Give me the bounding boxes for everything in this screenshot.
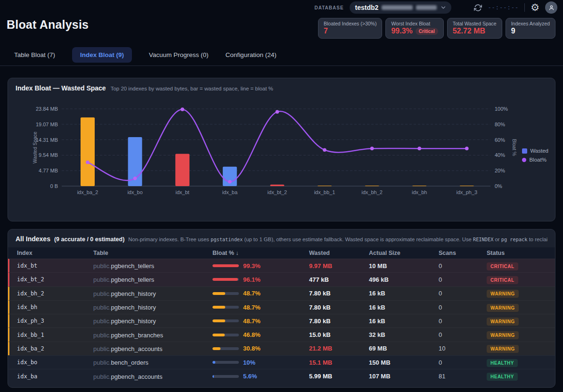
bloat-progress-bar	[212, 361, 239, 364]
chart-legend: WastedBloat%	[522, 148, 548, 163]
square-swatch-icon	[522, 148, 527, 154]
gear-icon: ⚙	[530, 3, 539, 13]
index-name: idx_bh	[17, 304, 93, 310]
svg-text:0 B: 0 B	[50, 183, 58, 189]
legend-item-bloat: Bloat%	[522, 157, 548, 163]
legend-label: Bloat%	[529, 157, 546, 163]
scans-value: 10	[439, 345, 487, 352]
scans-value: 81	[439, 373, 487, 380]
scans-value: 0	[439, 276, 487, 283]
table-title: All Indexes	[16, 235, 50, 243]
actual-size-value: 496 kB	[369, 276, 439, 283]
actual-size-value: 16 kB	[369, 290, 439, 297]
wasted-value: 477 kB	[309, 276, 369, 283]
tab-index-bloat[interactable]: Index Bloat (9)	[72, 47, 132, 63]
legend-label: Wasted	[530, 148, 548, 154]
status-badge: WARNING	[487, 290, 519, 298]
schema-prefix: public.	[93, 359, 111, 366]
table-row[interactable]: idx_ph_3public.pgbench_history48.7%7.80 …	[8, 314, 555, 327]
bloat-progress-bar	[212, 347, 239, 350]
stat-label: Indexes Analyzed	[511, 21, 550, 26]
table-row[interactable]: idx_bh_2public.pgbench_history48.7%7.80 …	[8, 286, 555, 300]
table-row[interactable]: idx_btpublic.pgbench_tellers99.3%9.97 MB…	[8, 259, 555, 272]
bloat-percent: 46.8%	[243, 331, 261, 338]
actual-size-value: 32 kB	[369, 331, 439, 338]
tabs: Table Bloat (7)Index Bloat (9)Vacuum Pro…	[0, 41, 563, 66]
table-count: (9 accurate / 0 estimated)	[54, 236, 124, 243]
user-menu-button[interactable]	[545, 1, 557, 14]
table-row[interactable]: idx_ba_2public.pgbench_accounts30.8%21.2…	[8, 342, 555, 355]
stat-card-total-wasted-space: Total Wasted Space52.72 MB	[447, 18, 502, 39]
bloat-progress-bar	[212, 334, 239, 336]
stat-value: 99.3%	[391, 27, 412, 35]
bloat-cell: 10%	[212, 359, 309, 366]
bloat-percent: 48.7%	[243, 290, 261, 297]
chart-title: Index Bloat — Wasted Space	[16, 84, 106, 92]
database-label: DATABASE	[315, 5, 344, 10]
bloat-progress-bar	[212, 278, 239, 281]
stat-label: Total Wasted Space	[453, 21, 497, 26]
topbar: DATABASE testdb2 --:--:-- ⚙	[0, 0, 563, 15]
bloat-percent: 10%	[243, 359, 255, 366]
stat-label: Worst Index Bloat	[391, 21, 438, 26]
stat-value: 52.72 MB	[453, 27, 485, 35]
table-row[interactable]: idx_bt_2public.pgbench_tellers96.1%477 k…	[8, 272, 555, 286]
column-header-actual-size: Actual Size	[369, 250, 439, 256]
user-avatar-icon	[548, 4, 555, 11]
stat-cards: Bloated Indexes (>30%)7Worst Index Bloat…	[318, 18, 555, 39]
circle-swatch-icon	[522, 158, 526, 162]
chevron-down-icon	[440, 4, 447, 11]
index-name: idx_bt_2	[17, 276, 93, 283]
svg-text:20%: 20%	[495, 168, 505, 173]
svg-text:idx_bt: idx_bt	[176, 189, 189, 195]
index-name: idx_bt	[17, 262, 93, 269]
table-row[interactable]: idx_bb_1public.pgbench_branches46.8%15.0…	[8, 327, 555, 341]
index-name: idx_bb_1	[17, 332, 93, 338]
schema-prefix: public.	[93, 304, 111, 311]
scans-value: 0	[439, 359, 487, 366]
svg-text:100%: 100%	[495, 106, 508, 112]
refresh-button[interactable]	[474, 4, 482, 12]
tab-configuration[interactable]: Configuration (24)	[226, 47, 277, 63]
svg-text:40%: 40%	[495, 152, 505, 158]
svg-text:60%: 60%	[495, 137, 505, 143]
svg-text:idx_bo: idx_bo	[127, 189, 142, 195]
bloat-percent: 5.6%	[243, 373, 257, 380]
wasted-value: 15.0 kB	[309, 331, 369, 338]
tab-table-bloat[interactable]: Table Bloat (7)	[14, 47, 55, 63]
column-header-status: Status	[487, 250, 555, 256]
index-name: idx_ph_3	[17, 318, 93, 324]
bloat-progress-bar	[212, 306, 239, 309]
index-name: idx_bh_2	[17, 290, 93, 297]
stat-card-bloated-indexes: Bloated Indexes (>30%)7	[318, 18, 382, 39]
column-header-bloat[interactable]: Bloat % ↓	[212, 250, 309, 256]
svg-text:Bloat %: Bloat %	[512, 139, 517, 156]
tab-vacuum-progress[interactable]: Vacuum Progress (0)	[149, 47, 209, 63]
database-selector[interactable]: testdb2	[350, 1, 452, 14]
status-badge: WARNING	[487, 318, 519, 326]
settings-button[interactable]: ⚙	[530, 3, 539, 13]
svg-text:idx_ba: idx_ba	[222, 189, 238, 195]
schema-prefix: public.	[93, 262, 111, 270]
table-name: public.pgbench_accounts	[93, 372, 212, 381]
scans-value: 0	[439, 304, 487, 311]
table-name: public.pgbench_accounts	[93, 344, 212, 353]
status-badge: HEALTHY	[487, 359, 518, 367]
status-badge: CRITICAL	[487, 276, 518, 284]
table-row[interactable]: idx_bhpublic.pgbench_history48.7%7.80 kB…	[8, 300, 555, 314]
scans-value: 0	[439, 331, 487, 338]
table-row[interactable]: idx_bapublic.pgbench_accounts5.6%5.99 MB…	[8, 369, 555, 383]
wasted-value: 9.97 MB	[309, 262, 369, 270]
bloat-percent: 30.8%	[243, 345, 261, 352]
schema-prefix: public.	[93, 276, 111, 283]
table-row[interactable]: idx_bopublic.bench_orders10%15.1 MB150 M…	[8, 355, 555, 369]
column-header-scans: Scans	[439, 250, 487, 256]
table-name: public.bench_orders	[93, 358, 212, 367]
database-name: testdb2	[355, 4, 379, 11]
svg-text:idx_bh_2: idx_bh_2	[361, 189, 383, 195]
bloat-cell: 96.1%	[212, 276, 309, 283]
scans-value: 0	[439, 262, 487, 270]
column-header-wasted: Wasted	[309, 250, 369, 256]
bloat-percent: 48.7%	[243, 318, 261, 325]
svg-text:19.07 MB: 19.07 MB	[36, 122, 58, 127]
